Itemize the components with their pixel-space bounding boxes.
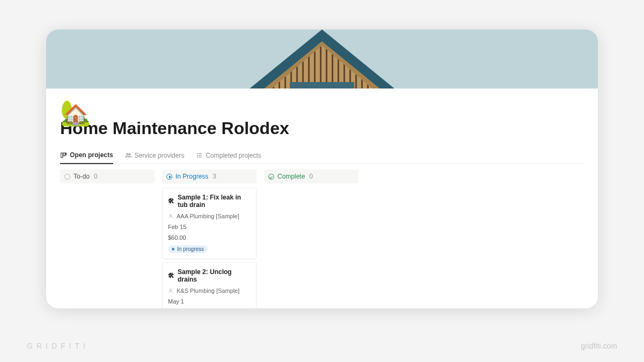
column-header-progress[interactable]: In Progress 3 — [162, 169, 257, 183]
tools-icon: 🛠 — [168, 197, 174, 205]
cover-image — [46, 29, 598, 88]
people-icon — [125, 152, 132, 159]
card-amount: $60.00 — [168, 234, 251, 241]
page-content: 🏡 Home Maintenance Rolodex Open projects… — [46, 119, 598, 308]
column-header-todo[interactable]: To-do 0 — [60, 169, 155, 183]
column-count: 3 — [213, 173, 216, 180]
column-todo: To-do 0 — [60, 169, 155, 183]
column-header-complete[interactable]: Complete 0 — [264, 169, 358, 183]
tab-label: Open projects — [70, 151, 113, 159]
status-badge: In progress — [168, 245, 208, 253]
column-count: 0 — [309, 173, 313, 180]
svg-point-8 — [170, 215, 171, 216]
check-circle-icon — [268, 174, 274, 180]
svg-rect-0 — [61, 153, 63, 158]
project-card[interactable]: 🛠 Sample 1: Fix leak in tub drain AAA Pl… — [162, 188, 257, 259]
page-title: Home Maintenance Rolodex — [60, 119, 584, 138]
svg-rect-2 — [65, 153, 66, 155]
tab-label: Completed projects — [206, 152, 261, 159]
column-in-progress: In Progress 3 🛠 Sample 1: Fix leak in tu… — [162, 169, 257, 308]
status-label: In progress — [177, 246, 204, 252]
card-title: Sample 2: Unclog drains — [178, 268, 251, 283]
card-title: Sample 1: Fix leak in tub drain — [178, 194, 251, 209]
tab-service-providers[interactable]: Service providers — [125, 148, 185, 164]
bullet-icon — [172, 248, 174, 250]
card-vendor: AAA Plumbing [Sample] — [177, 213, 239, 219]
tools-icon: 🛠 — [168, 272, 174, 279]
card-vendor: K&S Plumbing [Sample] — [177, 287, 239, 294]
svg-point-4 — [129, 154, 130, 156]
svg-point-3 — [126, 153, 128, 155]
board-icon — [60, 152, 67, 159]
tab-label: Service providers — [135, 152, 185, 159]
list-icon — [196, 152, 203, 159]
app-window: 🏡 Home Maintenance Rolodex Open projects… — [46, 29, 598, 308]
column-complete: Complete 0 — [264, 169, 358, 183]
tab-completed-projects[interactable]: Completed projects — [196, 148, 261, 164]
person-icon — [168, 213, 173, 219]
view-tabs: Open projects Service providers Complete… — [60, 148, 584, 164]
svg-point-9 — [170, 289, 171, 291]
project-card[interactable]: 🛠 Sample 2: Unclog drains K&S Plumbing [… — [162, 262, 257, 308]
cover-window — [290, 82, 354, 88]
card-date: May 1 — [168, 298, 251, 305]
column-label: To-do — [74, 173, 90, 180]
page-icon[interactable]: 🏡 — [60, 100, 91, 125]
progress-icon — [166, 174, 172, 180]
tab-open-projects[interactable]: Open projects — [60, 148, 113, 164]
column-label: In Progress — [175, 173, 208, 180]
circle-icon — [64, 174, 70, 180]
column-label: Complete — [277, 173, 305, 180]
svg-rect-1 — [63, 153, 65, 156]
watermark-left: GRIDFITI — [27, 342, 89, 350]
watermark-right: gridfiti.com — [581, 342, 617, 350]
column-count: 0 — [94, 173, 98, 180]
person-icon — [168, 288, 173, 293]
kanban-board: To-do 0 In Progress 3 🛠 Sample 1: Fix le… — [60, 169, 584, 308]
card-list: 🛠 Sample 1: Fix leak in tub drain AAA Pl… — [162, 188, 257, 308]
card-date: Feb 15 — [168, 224, 251, 230]
